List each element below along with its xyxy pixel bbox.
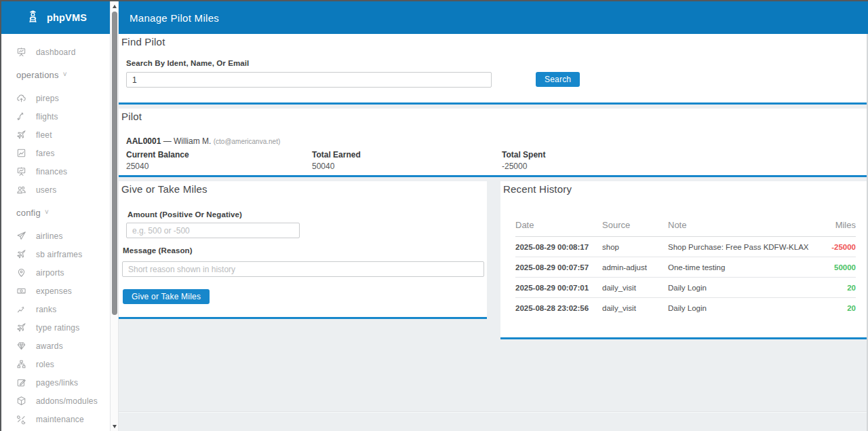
find-pilot-title: Find Pilot	[121, 36, 165, 48]
sidebar-item-airports[interactable]: airports ˅	[1, 263, 110, 282]
vertical-scrollbar	[110, 1, 119, 431]
sidebar-item-label: fleet	[36, 130, 52, 140]
history-cell-date: 2025-08-28 23:02:56	[515, 304, 602, 312]
top-navbar: phpVMS Manage Pilot Miles	[0, 1, 868, 34]
message-input[interactable]	[122, 261, 484, 277]
scrollbar-down-arrow-icon[interactable]	[111, 422, 118, 430]
map-pin-icon	[16, 267, 26, 278]
sidebar-item-label: operations	[16, 70, 59, 80]
users-icon	[16, 185, 26, 195]
paper-plane-icon	[16, 231, 26, 242]
message-label: Message (Reason)	[123, 246, 193, 255]
dashboard-icon	[16, 47, 26, 58]
footer-divider	[119, 411, 868, 413]
sidebar-item-label: pages/links	[36, 378, 78, 388]
column-header-source: Source	[602, 220, 668, 230]
brand-name: phpVMS	[47, 12, 87, 23]
sidebar-item-users[interactable]: users ˅	[1, 181, 110, 199]
sidebar-item-type-ratings[interactable]: type ratings ˅	[1, 318, 110, 337]
window-frame-left	[0, 0, 1, 431]
history-row: 2025-08-28 23:02:56 daily_visit Daily Lo…	[515, 298, 856, 318]
sidebar-item-addons-modules[interactable]: addons/modules ˅	[1, 392, 110, 410]
history-cell-miles: 50000	[811, 263, 856, 271]
history-cell-source: daily_visit	[602, 284, 668, 292]
sidebar-item-fares[interactable]: fares ˅	[1, 144, 110, 162]
column-header-note: Note	[668, 220, 811, 230]
history-table: Date Source Note Miles 2025-08-29 00:08:…	[515, 214, 856, 318]
sidebar-item-expenses[interactable]: expenses ˅	[1, 282, 110, 300]
history-cell-source: daily_visit	[602, 304, 668, 312]
give-take-miles-title: Give or Take Miles	[121, 183, 208, 195]
history-cell-note: Daily Login	[668, 304, 811, 312]
edit-icon	[16, 377, 26, 388]
chevron-down-icon: ˅	[63, 71, 67, 78]
sidebar-item-airlines[interactable]: airlines ˅	[1, 227, 110, 245]
sidebar-item-label: fares	[36, 149, 55, 158]
sidebar-item-sb-airframes[interactable]: sb airframes ˅	[1, 245, 110, 263]
sidebar-item-maintenance[interactable]: maintenance ˅	[1, 410, 110, 428]
history-cell-date: 2025-08-29 00:07:01	[515, 284, 602, 292]
plane-icon	[16, 322, 26, 333]
stat-total-spent: Total Spent -25000	[502, 150, 685, 171]
scrollbar-thumb[interactable]	[112, 12, 117, 315]
cloud-upload-icon	[16, 93, 26, 104]
sidebar-item-label: config	[16, 208, 41, 218]
stat-value: -25000	[502, 162, 685, 171]
pilot-title: Pilot	[121, 111, 142, 122]
column-header-date: Date	[515, 220, 602, 230]
sidebar-item-label: type ratings	[36, 323, 79, 333]
scrollbar-up-arrow-icon[interactable]	[111, 2, 118, 10]
recent-history-card: Recent History Date Source Note Miles 20…	[500, 181, 868, 339]
main-content: Find Pilot Search By Ident, Name, Or Ema…	[119, 34, 868, 431]
trend-icon	[16, 304, 26, 315]
sidebar-group-operations[interactable]: operations ˅	[1, 66, 110, 84]
history-cell-miles: 20	[811, 284, 856, 292]
pilot-identity: AAL0001 — William M. (cto@americanva.net…	[126, 136, 280, 146]
sidebar-item-pages-links[interactable]: pages/links ˅	[1, 373, 110, 392]
stat-value: 50040	[312, 162, 495, 171]
sidebar-item-awards[interactable]: awards ˅	[1, 337, 110, 355]
history-cell-note: Daily Login	[668, 284, 811, 292]
stat-total-earned: Total Earned 50040	[312, 150, 495, 171]
amount-label: Amount (Positive Or Negative)	[127, 210, 242, 219]
page-title: Manage Pilot Miles	[130, 1, 219, 34]
diamond-icon	[16, 341, 26, 352]
sidebar-item-fleet[interactable]: fleet ˅	[1, 126, 110, 144]
sidebar-item-label: sb airframes	[36, 250, 82, 259]
sidebar-item-label: airlines	[36, 231, 63, 241]
sidebar-item-ranks[interactable]: ranks ˅	[1, 300, 110, 318]
sidebar-item-label: users	[36, 185, 56, 195]
stat-label: Total Earned	[312, 150, 495, 160]
history-row: 2025-08-29 00:08:17 shop Shop Purchase: …	[515, 237, 856, 257]
search-button[interactable]: Search	[536, 72, 580, 87]
sidebar-item-label: awards	[36, 341, 63, 351]
recent-history-title: Recent History	[503, 183, 572, 195]
sidebar-item-pireps[interactable]: pireps ˅	[1, 89, 110, 107]
history-table-body: 2025-08-29 00:08:17 shop Shop Purchase: …	[515, 237, 856, 318]
give-take-miles-button[interactable]: Give or Take Miles	[123, 289, 210, 304]
sidebar-item-label: maintenance	[36, 415, 84, 424]
plane-icon	[16, 130, 26, 140]
sidebar-group-config[interactable]: config ˅	[1, 204, 110, 222]
give-take-miles-card: Give or Take Miles Amount (Positive Or N…	[119, 181, 487, 319]
sidebar-item-roles[interactable]: roles ˅	[1, 355, 110, 373]
sidebar-item-finances[interactable]: finances ˅	[1, 162, 110, 181]
history-cell-date: 2025-08-29 00:08:17	[515, 243, 602, 251]
pilot-name: — William M.	[163, 136, 212, 146]
amount-input[interactable]	[126, 223, 300, 238]
sidebar-item-label: flights	[36, 112, 58, 121]
history-cell-miles: -25000	[811, 243, 856, 251]
org-icon	[16, 359, 26, 370]
search-input[interactable]	[126, 72, 492, 88]
route-icon	[16, 111, 26, 122]
sidebar-item-flights[interactable]: flights ˅	[1, 107, 110, 126]
sidebar-item-label: dashboard	[36, 48, 76, 57]
brand-logo[interactable]: phpVMS	[1, 1, 110, 34]
chart-icon	[16, 148, 26, 159]
sidebar-item-label: finances	[36, 167, 67, 176]
sidebar-item-label: ranks	[36, 305, 56, 314]
history-table-header: Date Source Note Miles	[515, 214, 856, 237]
stat-current-balance: Current Balance 25040	[126, 150, 309, 171]
sidebar-item-dashboard[interactable]: dashboard ˅	[1, 43, 110, 61]
history-cell-source: admin-adjust	[602, 263, 668, 271]
